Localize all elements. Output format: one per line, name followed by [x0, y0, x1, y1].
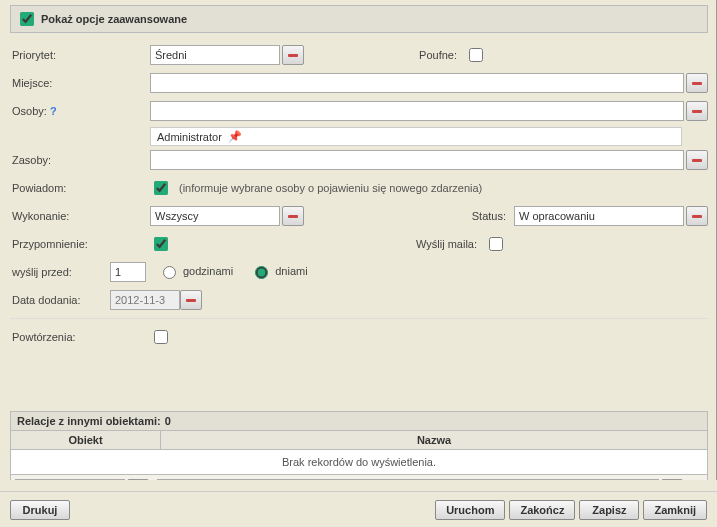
- relations-count: 0: [165, 415, 171, 427]
- footer-toolbar: Drukuj Uruchom Zakończ Zapisz Zamknij: [0, 491, 717, 527]
- minus-icon: [692, 215, 702, 218]
- minus-icon: [692, 82, 702, 85]
- status-label: Status:: [452, 210, 512, 222]
- advanced-options-header[interactable]: Pokaż opcje zaawansowane: [10, 5, 708, 33]
- save-button[interactable]: Zapisz: [579, 500, 639, 520]
- notify-info: (informuje wybrane osoby o pojawieniu si…: [179, 182, 482, 194]
- status-clear-button[interactable]: [686, 206, 708, 226]
- repetitions-checkbox[interactable]: [154, 330, 168, 344]
- col-name[interactable]: Nazwa: [161, 431, 707, 449]
- minus-icon: [288, 215, 298, 218]
- unit-days-radio[interactable]: [255, 266, 268, 279]
- people-taglist: Administrator 📌: [150, 127, 682, 146]
- notify-checkbox[interactable]: [154, 181, 168, 195]
- resources-input[interactable]: [150, 150, 684, 170]
- priority-clear-button[interactable]: [282, 45, 304, 65]
- divider: [10, 318, 708, 319]
- execution-select[interactable]: [150, 206, 280, 226]
- relations-name-filter[interactable]: [157, 479, 659, 480]
- pin-icon[interactable]: 📌: [228, 130, 242, 143]
- relations-section: Relacje z innymi obiektami: 0 Obiekt Naz…: [10, 411, 708, 480]
- priority-label: Priorytet:: [10, 49, 150, 61]
- confidential-checkbox[interactable]: [469, 48, 483, 62]
- unit-hours-radio[interactable]: [163, 266, 176, 279]
- notify-label: Powiadom:: [10, 182, 150, 194]
- form-panel: Pokaż opcje zaawansowane Priorytet: Pouf…: [0, 0, 717, 480]
- help-icon[interactable]: ?: [50, 105, 57, 117]
- people-clear-button[interactable]: [686, 101, 708, 121]
- sendbefore-unit-group: godzinami dniami: [158, 263, 322, 281]
- relations-name-clear-button[interactable]: [661, 479, 683, 480]
- advanced-options-checkbox[interactable]: [20, 12, 34, 26]
- sendmail-checkbox[interactable]: [489, 237, 503, 251]
- unit-days-option[interactable]: dniami: [250, 263, 307, 279]
- execution-clear-button[interactable]: [282, 206, 304, 226]
- person-tag[interactable]: Administrator: [157, 131, 222, 143]
- finish-button[interactable]: Zakończ: [509, 500, 575, 520]
- sendbefore-input[interactable]: [110, 262, 146, 282]
- dateadded-label: Data dodania:: [10, 294, 110, 306]
- relations-title: Relacje z innymi obiektami:: [17, 415, 161, 427]
- col-object[interactable]: Obiekt: [11, 431, 161, 449]
- minus-icon: [692, 159, 702, 162]
- close-button[interactable]: Zamknij: [643, 500, 707, 520]
- reminder-checkbox[interactable]: [154, 237, 168, 251]
- priority-select[interactable]: [150, 45, 280, 65]
- reminder-label: Przypomnienie:: [10, 238, 150, 250]
- people-label: Osoby: ?: [10, 105, 150, 117]
- sendmail-label: Wyślij maila:: [393, 238, 483, 250]
- dateadded-input[interactable]: [110, 290, 180, 310]
- resources-clear-button[interactable]: [686, 150, 708, 170]
- run-button[interactable]: Uruchom: [435, 500, 505, 520]
- place-label: Miejsce:: [10, 77, 150, 89]
- resources-label: Zasoby:: [10, 154, 150, 166]
- dateadded-clear-button[interactable]: [180, 290, 202, 310]
- sendbefore-label: wyślij przed:: [10, 266, 110, 278]
- execution-label: Wykonanie:: [10, 210, 150, 222]
- relations-object-clear-button[interactable]: [127, 479, 149, 480]
- relations-table: Obiekt Nazwa Brak rekordów do wyświetlen…: [10, 431, 708, 480]
- confidential-label: Poufne:: [403, 49, 463, 61]
- status-select[interactable]: [514, 206, 684, 226]
- unit-hours-option[interactable]: godzinami: [158, 263, 233, 279]
- minus-icon: [692, 110, 702, 113]
- print-button[interactable]: Drukuj: [10, 500, 70, 520]
- repetitions-label: Powtórzenia:: [10, 331, 150, 343]
- relations-header[interactable]: Relacje z innymi obiektami: 0: [10, 411, 708, 431]
- advanced-options-label: Pokaż opcje zaawansowane: [41, 13, 187, 25]
- relations-empty-msg: Brak rekordów do wyświetlenia.: [11, 450, 707, 475]
- minus-icon: [186, 299, 196, 302]
- place-input[interactable]: [150, 73, 684, 93]
- minus-icon: [288, 54, 298, 57]
- relations-object-filter[interactable]: [15, 479, 125, 480]
- people-input[interactable]: [150, 101, 684, 121]
- place-clear-button[interactable]: [686, 73, 708, 93]
